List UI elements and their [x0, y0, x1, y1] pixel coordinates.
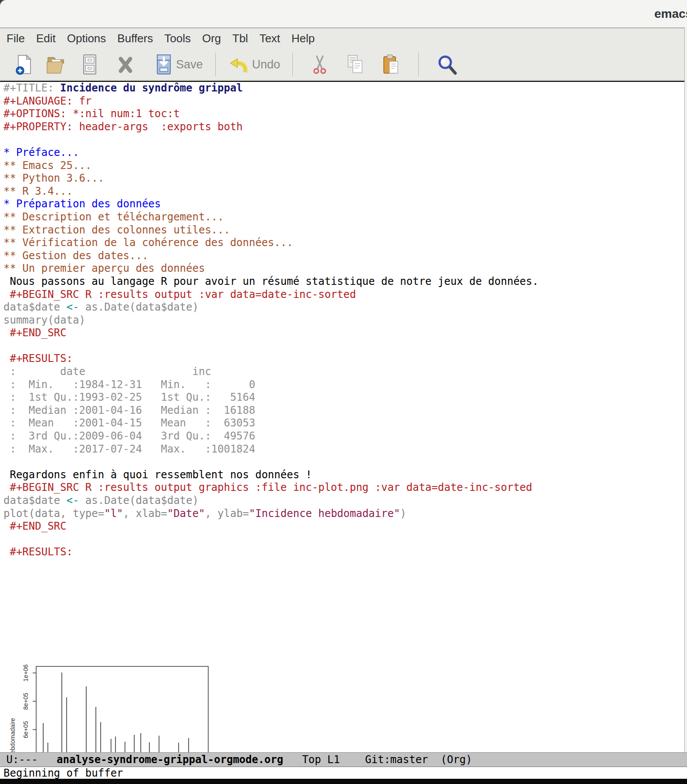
menu-item-options[interactable]: Options	[61, 32, 112, 45]
svg-text:Incidence hebdomadaire: Incidence hebdomadaire	[9, 718, 16, 752]
buffer-line: : Median :2001-04-16 Median : 16188	[0, 404, 684, 417]
clipboard-icon	[382, 54, 401, 75]
echo-message: Beginning of buffer	[3, 767, 123, 779]
minibuffer[interactable]: Beginning of buffer	[0, 767, 687, 779]
toolbar-separator	[292, 53, 294, 76]
titlebar[interactable]: emacs	[0, 0, 687, 27]
menu-item-tbl[interactable]: Tbl	[227, 32, 254, 45]
svg-text:1e+06: 1e+06	[22, 664, 29, 682]
buffer-line: Regardons enfin à quoi ressemblent nos d…	[0, 469, 684, 482]
toolbar-button-open-file[interactable]	[46, 51, 66, 78]
buffer-line: #+PROPERTY: header-args :exports both	[0, 121, 684, 134]
buffer-line: #+BEGIN_SRC R :results output :var data=…	[0, 288, 684, 301]
buffer-line: * Préparation des données	[0, 198, 684, 211]
inline-plot: 1e+068e+056e+05Incidence hebdomadaire	[9, 653, 213, 752]
emacs-window: emacs FileEditOptionsBuffersToolsOrgTblT…	[0, 0, 687, 784]
window-title: emacs	[654, 7, 687, 21]
buffer-line: #+LANGUAGE: fr	[0, 95, 684, 108]
buffer-line: : Min. :1984-12-31 Min. : 0	[0, 378, 684, 392]
toolbar-button-copy[interactable]	[346, 51, 365, 78]
file-cabinet-icon	[80, 54, 99, 75]
toolbar-button-dired[interactable]	[80, 51, 99, 78]
buffer-line: ** R 3.4...	[0, 185, 684, 198]
toolbar: Save Undo	[0, 49, 687, 81]
buffer[interactable]: #+TITLE: Incidence du syndrôme grippal#+…	[0, 82, 684, 752]
scissors-icon	[310, 54, 329, 75]
buffer-line: : Max. :2017-07-24 Max. :1001824	[0, 443, 684, 456]
modeline[interactable]: U:--- analyse-syndrome-grippal-orgmode.o…	[0, 752, 687, 767]
buffer-line: #+END_SRC	[0, 520, 684, 533]
toolbar-button-save[interactable]: Save	[154, 51, 203, 78]
buffer-line: : date inc	[0, 365, 684, 378]
modeline-text: U:--- analyse-syndrome-grippal-orgmode.o…	[0, 754, 472, 766]
buffer-line: : 1st Qu.:1993-02-25 1st Qu.: 5164	[0, 391, 684, 404]
undo-arrow-icon	[228, 54, 250, 75]
buffer-line: : 3rd Qu.:2009-06-04 3rd Qu.: 49576	[0, 430, 684, 443]
window-right-border	[684, 27, 687, 778]
buffer-line: #+OPTIONS: *:nil num:1 toc:t	[0, 108, 684, 121]
buffer-line: #+RESULTS:	[0, 352, 684, 365]
magnifier-icon	[437, 54, 458, 75]
buffer-line	[0, 340, 684, 353]
buffer-line	[0, 133, 684, 146]
buffer-line: : Mean :2001-04-15 Mean : 63053	[0, 417, 684, 430]
buffer-line: ** Description et téléchargement...	[0, 211, 684, 224]
new-file-icon	[15, 54, 34, 75]
toolbar-button-cut[interactable]	[310, 51, 329, 78]
bottom-strip	[0, 779, 687, 784]
buffer-line: summary(data)	[0, 314, 684, 327]
menu-item-help[interactable]: Help	[286, 32, 320, 45]
menu-item-edit[interactable]: Edit	[30, 32, 61, 45]
buffer-line: * Préface...	[0, 146, 684, 159]
buffer-line: ** Python 3.6...	[0, 172, 684, 185]
toolbar-separator	[215, 53, 217, 76]
buffer-line: Nous passons au langage R pour avoir un …	[0, 275, 684, 288]
buffer-line: ** Emacs 25...	[0, 159, 684, 172]
menu-item-org[interactable]: Org	[196, 32, 227, 45]
buffer-line	[0, 533, 684, 546]
buffer-line: #+RESULTS:	[0, 546, 684, 559]
toolbar-separator	[418, 53, 420, 76]
save-button-label: Save	[176, 58, 203, 71]
buffer-line	[0, 456, 684, 469]
buffer-line: data$date <- as.Date(data$date)	[0, 301, 684, 314]
buffer-line: #+BEGIN_SRC R :results output graphics :…	[0, 481, 684, 494]
buffer-line: #+TITLE: Incidence du syndrôme grippal	[0, 82, 684, 95]
buffer-line: plot(data, type="l", xlab="Date", ylab="…	[0, 507, 684, 520]
svg-text:6e+05: 6e+05	[22, 721, 29, 738]
open-folder-icon	[46, 54, 66, 75]
buffer-text: #+TITLE: Incidence du syndrôme grippal#+…	[0, 82, 684, 559]
buffer-line: ** Vérification de la cohérence des donn…	[0, 237, 684, 250]
buffer-line: ** Un premier aperçu des données	[0, 262, 684, 275]
menu-item-tools[interactable]: Tools	[159, 32, 196, 45]
undo-button-label: Undo	[252, 58, 281, 71]
menu-item-file[interactable]: File	[1, 32, 30, 45]
close-x-icon	[116, 54, 135, 75]
menu-item-buffers[interactable]: Buffers	[112, 32, 159, 45]
svg-text:8e+05: 8e+05	[22, 693, 29, 710]
toolbar-button-paste[interactable]	[382, 51, 401, 78]
menu-item-text[interactable]: Text	[254, 32, 286, 45]
toolbar-button-new-file[interactable]	[15, 51, 34, 78]
buffer-line: ** Extraction des colonnes utiles...	[0, 224, 684, 237]
toolbar-button-close-buffer[interactable]	[116, 51, 135, 78]
buffer-line: data$date <- as.Date(data$date)	[0, 494, 684, 507]
buffer-line: #+END_SRC	[0, 327, 684, 340]
toolbar-button-undo[interactable]: Undo	[228, 51, 281, 78]
toolbar-button-search[interactable]	[437, 51, 458, 78]
buffer-line: ** Gestion des dates...	[0, 250, 684, 263]
menubar: FileEditOptionsBuffersToolsOrgTblTextHel…	[0, 27, 687, 49]
save-drawer-icon	[154, 54, 173, 75]
copy-pages-icon	[346, 54, 365, 75]
